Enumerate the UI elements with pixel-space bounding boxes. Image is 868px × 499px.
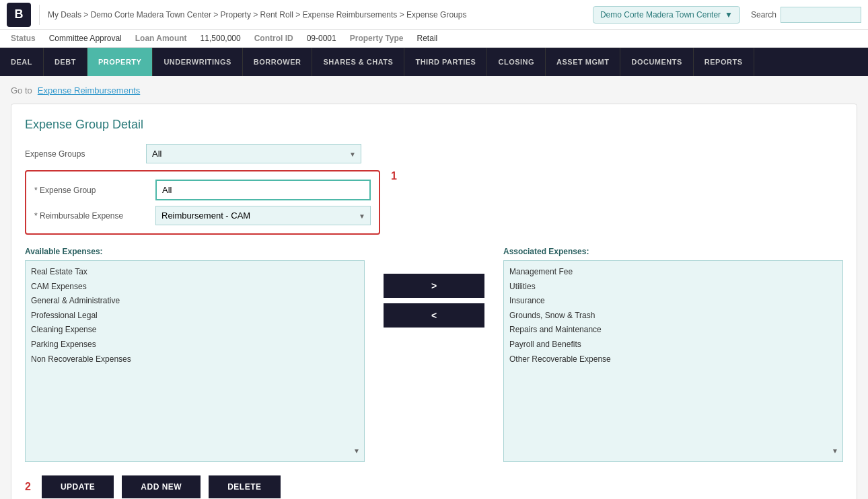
available-expenses-title: Available Expenses: bbox=[25, 247, 365, 256]
loan-value: 11,500,000 bbox=[201, 34, 241, 43]
nav-item-asset-mgmt[interactable]: ASSET MGMT bbox=[546, 48, 620, 76]
nav-item-documents[interactable]: DOCUMENTS bbox=[620, 48, 693, 76]
goto-row: Go to Expense Reimbursements bbox=[11, 85, 857, 95]
control-label: Control ID bbox=[254, 34, 293, 43]
chevron-down-icon: ▼ bbox=[725, 10, 733, 20]
expenses-section: Available Expenses: Real Estate TaxCAM E… bbox=[25, 247, 843, 462]
list-item[interactable]: Non Recoverable Expenses bbox=[31, 352, 359, 367]
associated-expenses-title: Associated Expenses: bbox=[503, 247, 843, 256]
list-item[interactable]: Other Recoverable Expense bbox=[509, 352, 837, 367]
nav-item-shares-chats[interactable]: SHARES & CHATS bbox=[312, 48, 404, 76]
property-type-value: Retail bbox=[417, 34, 438, 43]
nav-item-debt[interactable]: DEBT bbox=[44, 48, 87, 76]
bottom-buttons: 2 UPDATE ADD NEW DELETE bbox=[25, 475, 843, 498]
list-item[interactable]: Cleaning Expense bbox=[31, 323, 359, 338]
available-expenses-col: Available Expenses: Real Estate TaxCAM E… bbox=[25, 247, 365, 462]
status-label: Status bbox=[11, 34, 36, 43]
list-item[interactable]: Grounds, Snow & Trash bbox=[509, 309, 837, 323]
nav-item-reports[interactable]: REPORTS bbox=[694, 48, 754, 76]
associated-expenses-list[interactable]: Management FeeUtilitiesInsuranceGrounds,… bbox=[503, 260, 843, 462]
logo-icon: B bbox=[7, 3, 31, 27]
required-star: * bbox=[34, 186, 40, 195]
top-bar: B My Deals > Demo Corte Madera Town Cent… bbox=[0, 0, 868, 30]
expense-group-row: * Expense Group bbox=[34, 180, 371, 200]
nav-item-deal[interactable]: DEAL bbox=[0, 48, 44, 76]
move-left-button[interactable]: < bbox=[384, 303, 484, 328]
scroll-down-icon: ▼ bbox=[353, 445, 360, 457]
expense-group-input[interactable] bbox=[155, 180, 371, 200]
expense-groups-select[interactable]: All bbox=[146, 144, 361, 163]
expense-groups-row: Expense Groups All ▼ bbox=[25, 144, 843, 163]
divider bbox=[39, 5, 40, 25]
list-item[interactable]: Insurance bbox=[509, 294, 837, 309]
nav-item-closing[interactable]: CLOSING bbox=[487, 48, 546, 76]
list-item[interactable]: Payroll and Benefits bbox=[509, 338, 837, 352]
nav-item-third-parties[interactable]: THIRD PARTIES bbox=[404, 48, 487, 76]
delete-button[interactable]: DELETE bbox=[209, 475, 280, 498]
reimbursable-row: * Reimbursable Expense Reimbursement - C… bbox=[34, 206, 371, 225]
goto-label: Go to bbox=[11, 85, 32, 95]
breadcrumb: My Deals > Demo Corte Madera Town Center… bbox=[48, 10, 593, 20]
scroll-down-icon2: ▼ bbox=[832, 445, 838, 457]
goto-link[interactable]: Expense Reimbursements bbox=[38, 85, 140, 95]
list-item[interactable]: General & Administrative bbox=[31, 294, 359, 309]
reimbursable-select[interactable]: Reimbursement - CAM bbox=[155, 206, 371, 225]
add-new-button[interactable]: ADD NEW bbox=[122, 475, 201, 498]
deal-selector[interactable]: Demo Corte Madera Town Center ▼ bbox=[593, 6, 740, 24]
highlight-section: * Expense Group * Reimbursable Expense R… bbox=[25, 170, 380, 235]
list-item[interactable]: CAM Expenses bbox=[31, 280, 359, 295]
transfer-buttons: > < bbox=[375, 247, 493, 328]
reimbursable-label: * Reimbursable Expense bbox=[34, 211, 155, 221]
expense-groups-label: Expense Groups bbox=[25, 149, 146, 159]
nav-item-borrower[interactable]: BORROWER bbox=[243, 48, 313, 76]
expense-group-label: * Expense Group bbox=[34, 186, 155, 195]
search-input[interactable] bbox=[781, 7, 861, 23]
move-right-button[interactable]: > bbox=[384, 274, 484, 298]
badge-2: 2 bbox=[25, 481, 31, 493]
status-bar: Status Committee Approval Loan Amount 11… bbox=[0, 30, 868, 48]
status-value: Committee Approval bbox=[49, 34, 122, 43]
list-item[interactable]: Real Estate Tax bbox=[31, 265, 359, 280]
control-value: 09-0001 bbox=[307, 34, 336, 43]
update-button[interactable]: UPDATE bbox=[42, 475, 114, 498]
search-label: Search bbox=[751, 10, 776, 20]
main-card: Expense Group Detail Expense Groups All … bbox=[11, 104, 857, 499]
property-type-label: Property Type bbox=[350, 34, 404, 43]
nav-item-property[interactable]: PROPERTY bbox=[87, 48, 153, 76]
associated-expenses-col: Associated Expenses: Management FeeUtili… bbox=[503, 247, 843, 462]
reimbursable-select-wrapper: Reimbursement - CAM ▼ bbox=[155, 206, 371, 225]
loan-label: Loan Amount bbox=[135, 34, 187, 43]
available-expenses-list[interactable]: Real Estate TaxCAM ExpensesGeneral & Adm… bbox=[25, 260, 365, 462]
nav-item-underwritings[interactable]: UNDERWRITINGS bbox=[153, 48, 242, 76]
list-item[interactable]: Parking Expenses bbox=[31, 338, 359, 352]
badge-1: 1 bbox=[391, 170, 397, 182]
content-area: Go to Expense Reimbursements Expense Gro… bbox=[0, 76, 868, 499]
deal-selector-label: Demo Corte Madera Town Center bbox=[600, 10, 721, 20]
card-title: Expense Group Detail bbox=[25, 118, 843, 132]
list-item[interactable]: Management Fee bbox=[509, 265, 837, 280]
list-item[interactable]: Repairs and Maintenance bbox=[509, 323, 837, 338]
expense-groups-select-wrapper: All ▼ bbox=[146, 144, 361, 163]
list-item[interactable]: Utilities bbox=[509, 280, 837, 295]
nav-bar: DEAL DEBT PROPERTY UNDERWRITINGS BORROWE… bbox=[0, 48, 868, 76]
list-item[interactable]: Professional Legal bbox=[31, 309, 359, 323]
required-star2: * bbox=[34, 211, 40, 221]
